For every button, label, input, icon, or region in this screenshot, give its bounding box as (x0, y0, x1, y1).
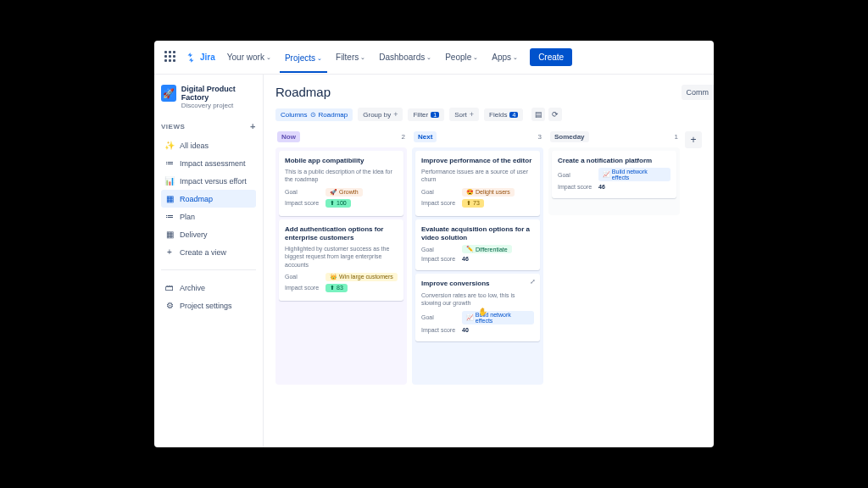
primary-nav: Your work⌄Projects⌄Filters⌄Dashboards⌄Pe… (222, 47, 523, 67)
nav-item-projects[interactable]: Projects⌄ (280, 48, 327, 73)
view-icon: ≔ (164, 158, 175, 168)
impact-score-tag: ⬆83 (326, 284, 348, 292)
column-count: 3 (538, 133, 542, 141)
jira-logo-icon (185, 52, 197, 64)
jira-logo[interactable]: Jira (185, 52, 215, 64)
sidebar-view-delivery[interactable]: ▦Delivery (161, 225, 256, 243)
goal-tag: 👑Win large customers (326, 273, 398, 281)
idea-card[interactable]: Add authentication options for enterpris… (279, 219, 403, 301)
sidebar-view-roadmap[interactable]: ▦Roadmap (161, 190, 256, 208)
goal-label: Goal (558, 172, 593, 178)
column-count: 2 (402, 133, 405, 141)
filter-bar: Columns ⊙ Roadmap Group by + Filter 1 So… (275, 108, 702, 121)
card-description: Highlighted by customer success as the b… (285, 245, 398, 268)
goal-tag: ✏️Differentiate (462, 245, 512, 253)
goal-tag: 📈Build network effects (462, 311, 534, 324)
board-column: Next 3 Improve performance of the editor… (412, 131, 543, 385)
impact-score-label: Impact score (285, 285, 320, 291)
plus-icon: + (393, 110, 398, 119)
impact-score-label: Impact score (558, 184, 593, 190)
group-by-filter[interactable]: Group by + (358, 108, 403, 121)
idea-card[interactable]: Improve performance of the editor Perfor… (415, 151, 540, 216)
impact-score-label: Impact score (421, 256, 457, 262)
nav-item-filters[interactable]: Filters⌄ (331, 47, 370, 67)
card-title: Improve conversions (421, 280, 534, 288)
nav-item-your-work[interactable]: Your work⌄ (222, 47, 276, 67)
view-icon: ✨ (164, 141, 175, 150)
refresh-icon[interactable]: ⟳ (548, 108, 562, 121)
filter-pill[interactable]: Filter 1 (408, 108, 444, 121)
views-section-label: VIEWS + (161, 121, 256, 131)
card-title: Add authentication options for enterpris… (285, 225, 398, 243)
column-title[interactable]: Now (277, 131, 300, 142)
board-column: Now 2 Mobile app compatibility This is a… (275, 131, 407, 385)
column-title[interactable]: Next (414, 131, 437, 142)
idea-card[interactable]: Create a notification platform Goal📈Buil… (552, 151, 676, 198)
chevron-down-icon: ⌄ (317, 55, 322, 62)
column-body[interactable]: Improve performance of the editor Perfor… (412, 147, 543, 385)
card-title: Create a notification platform (558, 157, 670, 165)
app-switcher-icon[interactable] (164, 51, 178, 64)
project-header[interactable]: 🚀 Digital Product Factory Discovery proj… (161, 85, 256, 109)
goal-label: Goal (285, 189, 320, 195)
top-navigation: Jira Your work⌄Projects⌄Filters⌄Dashboar… (154, 41, 714, 75)
nav-item-people[interactable]: People⌄ (440, 47, 483, 67)
project-name: Digital Product Factory (181, 85, 256, 102)
impact-score-value: 46 (598, 184, 605, 190)
chevron-down-icon: ⌄ (513, 54, 518, 61)
idea-card[interactable]: ⤢ Improve conversions Conversion rates a… (415, 274, 540, 341)
column-body[interactable]: Mobile app compatibility This is a publi… (275, 147, 407, 385)
nav-item-apps[interactable]: Apps⌄ (487, 47, 523, 67)
layout-icon[interactable]: ▤ (531, 108, 545, 121)
column-count: 1 (675, 133, 678, 141)
chevron-down-icon: ⌄ (266, 54, 271, 61)
fields-filter[interactable]: Fields 4 (484, 108, 523, 121)
impact-score-label: Impact score (421, 327, 457, 333)
impact-score-value: 40 (462, 327, 469, 333)
archive-icon: 🗃 (164, 283, 175, 292)
card-description: Conversion rates are too low, this is sl… (421, 291, 534, 307)
sidebar-view-impact-assessment[interactable]: ≔Impact assessment (161, 154, 256, 172)
nav-item-dashboards[interactable]: Dashboards⌄ (374, 47, 437, 67)
column-header: Now 2 (275, 131, 407, 142)
impact-score-value: 46 (462, 256, 469, 262)
view-icon: ≔ (164, 212, 175, 221)
column-title[interactable]: Someday (550, 131, 589, 142)
card-title: Evaluate acquisition options for a video… (421, 225, 534, 243)
goal-tag: 🚀Growth (326, 188, 363, 197)
card-description: Performance issues are a source of user … (421, 168, 534, 183)
sidebar: 🚀 Digital Product Factory Discovery proj… (154, 75, 264, 447)
create-view-button[interactable]: + Create a view (161, 243, 256, 261)
impact-score-tag: ⬆100 (326, 199, 351, 208)
goal-label: Goal (285, 274, 320, 280)
logo-text: Jira (200, 53, 215, 62)
create-button[interactable]: Create (530, 48, 572, 66)
clock-icon: ⊙ (310, 111, 316, 119)
card-title: Mobile app compatibility (285, 157, 398, 165)
expand-icon[interactable]: ⤢ (530, 278, 536, 286)
sidebar-view-impact-versus-effort[interactable]: 📊Impact versus effort (161, 172, 256, 190)
idea-card[interactable]: Evaluate acquisition options for a video… (415, 219, 540, 271)
column-header: Someday 1 (548, 131, 680, 142)
comment-button[interactable]: Comm (682, 85, 715, 100)
goal-tag: 😍Delight users (462, 188, 515, 197)
column-body[interactable]: Create a notification platform Goal📈Buil… (548, 147, 680, 215)
chevron-down-icon: ⌄ (426, 54, 431, 61)
cursor-icon: ✋ (478, 308, 487, 316)
archive-link[interactable]: 🗃 Archive (161, 279, 256, 297)
impact-score-label: Impact score (285, 200, 320, 206)
sidebar-view-all-ideas[interactable]: ✨All ideas (161, 136, 256, 154)
impact-score-label: Impact score (421, 200, 457, 206)
project-settings-link[interactable]: ⚙ Project settings (161, 297, 256, 314)
add-column-button[interactable]: + (685, 131, 702, 148)
board-column: Someday 1 Create a notification platform… (548, 131, 680, 385)
project-icon: 🚀 (161, 85, 176, 102)
sidebar-view-plan[interactable]: ≔Plan (161, 208, 256, 225)
column-header: Next 3 (412, 131, 543, 142)
add-view-icon[interactable]: + (250, 121, 256, 131)
idea-card[interactable]: Mobile app compatibility This is a publi… (279, 151, 403, 216)
sort-filter[interactable]: Sort + (449, 108, 479, 121)
impact-score-tag: ⬆73 (462, 199, 484, 208)
card-description: This is a public description of the idea… (285, 168, 398, 183)
columns-filter[interactable]: Columns ⊙ Roadmap (275, 108, 353, 121)
